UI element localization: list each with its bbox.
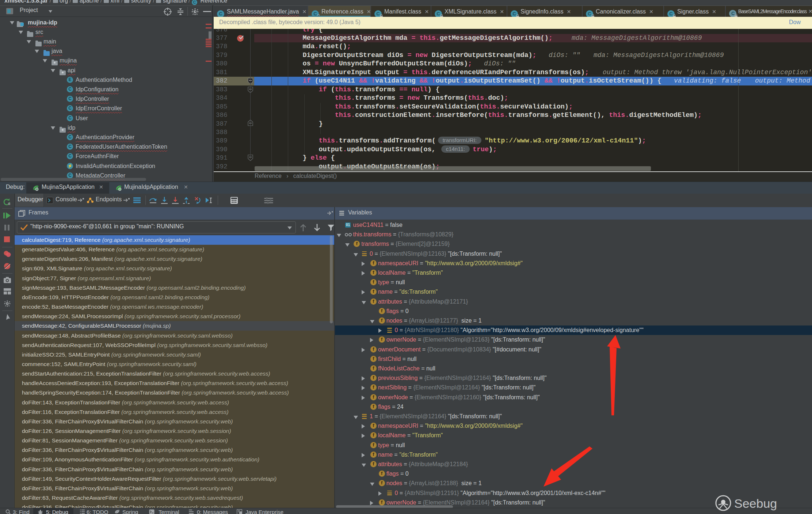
svg-text:Seebug: Seebug (734, 496, 777, 510)
